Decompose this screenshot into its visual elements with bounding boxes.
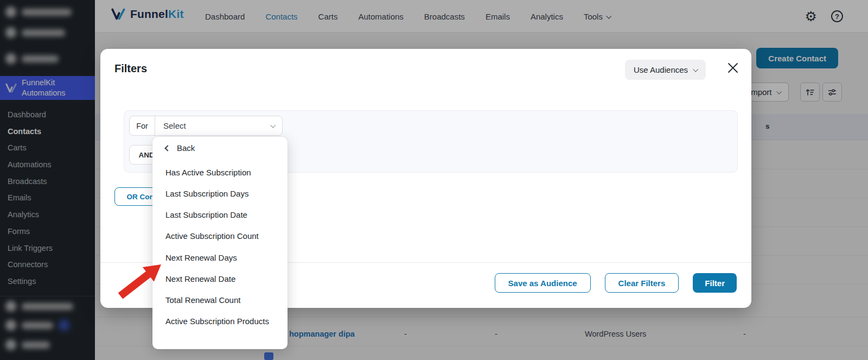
dropdown-item-next-renewal-date[interactable]: Next Renewal Date xyxy=(165,273,277,285)
save-as-audience-button[interactable]: Save as Audience xyxy=(495,273,591,293)
dropdown-item-last-subscription-date[interactable]: Last Subscription Date xyxy=(165,209,277,221)
for-label: For xyxy=(130,116,155,135)
use-audiences-button[interactable]: Use Audiences xyxy=(625,60,706,80)
dropdown-item-has-active-subscription[interactable]: Has Active Subscription xyxy=(165,167,277,179)
back-label: Back xyxy=(177,143,195,153)
use-audiences-label: Use Audiences xyxy=(634,65,688,74)
select-value: Select xyxy=(163,121,186,130)
filter-field-select[interactable]: For Select xyxy=(129,116,283,136)
screen: FunnelKit Automations Dashboard Contacts… xyxy=(0,0,868,360)
chevron-down-icon xyxy=(270,123,276,128)
dropdown-item-total-renewal-count[interactable]: Total Renewal Count xyxy=(165,294,277,306)
filter-button[interactable]: Filter xyxy=(693,273,737,293)
dropdown-item-next-renewal-days[interactable]: Next Renewal Days xyxy=(165,252,277,264)
dropdown-item-active-subscription-products[interactable]: Active Subscription Products xyxy=(165,315,277,327)
modal-title: Filters xyxy=(114,62,147,75)
dropdown-item-active-subscription-count[interactable]: Active Subscription Count xyxy=(165,230,277,242)
dropdown-item-last-subscription-days[interactable]: Last Subscription Days xyxy=(165,188,277,200)
dropdown-back-button[interactable]: Back xyxy=(165,143,195,153)
clear-filters-button[interactable]: Clear Filters xyxy=(605,273,679,293)
select-dropdown[interactable]: Select xyxy=(155,116,282,135)
chevron-left-icon xyxy=(164,145,170,151)
chevron-down-icon xyxy=(693,67,698,72)
filter-options-dropdown: Back Has Active Subscription Last Subscr… xyxy=(152,137,288,349)
modal-footer: Save as Audience Clear Filters Filter xyxy=(495,273,737,293)
close-icon[interactable] xyxy=(727,62,739,74)
